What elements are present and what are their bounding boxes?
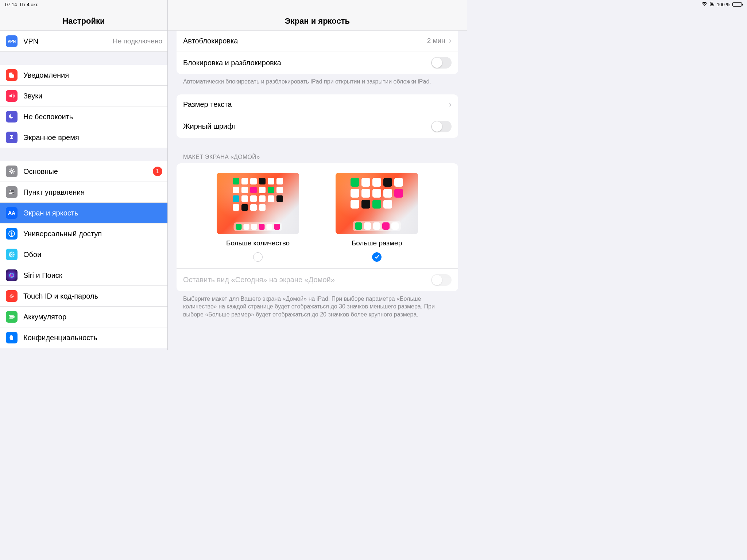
home-layout-header: МАКЕТ ЭКРАНА «ДОМОЙ» — [177, 154, 458, 163]
autolock-label: Автоблокировка — [183, 37, 427, 45]
svg-rect-15 — [10, 316, 13, 318]
sidebar-item-label: VPN — [23, 37, 113, 46]
sidebar-item-label: Основные — [23, 167, 153, 176]
chevron-right-icon: › — [449, 36, 452, 46]
moon-icon — [6, 111, 18, 122]
svg-point-9 — [11, 232, 12, 233]
sidebar-item-label: Обои — [23, 250, 162, 259]
sounds-icon — [6, 90, 18, 102]
chevron-right-icon: › — [449, 100, 452, 109]
notifications-icon — [6, 69, 18, 81]
sidebar-item-label: Универсальный доступ — [23, 230, 162, 238]
sidebar-item-label: Siri и Поиск — [23, 271, 162, 280]
badge: 1 — [153, 167, 162, 176]
sidebar-item-notifications[interactable]: Уведомления — [0, 65, 167, 86]
vpn-status: Не подключено — [113, 37, 162, 45]
status-bar: 07:14 Пт 4 окт. 100 % — [0, 0, 467, 9]
detail-pane: Экран и яркость Автоблокировка 2 мин › Б… — [168, 0, 467, 350]
sidebar-item-display-brightness[interactable]: AA Экран и яркость — [0, 203, 167, 223]
toggles-icon — [6, 186, 18, 198]
sidebar-item-label: Экран и яркость — [23, 209, 162, 217]
hourglass-icon — [6, 132, 18, 143]
home-layout-options: Больше количество Больше размер — [177, 163, 458, 268]
status-time: 07:14 — [5, 2, 17, 7]
siri-icon — [6, 269, 18, 281]
sidebar-item-control-center[interactable]: Пункт управления — [0, 182, 167, 203]
row-bold-text[interactable]: Жирный шрифт — [177, 115, 458, 138]
layout-option-bigger[interactable]: Больше размер — [336, 173, 418, 262]
sidebar-item-label: Конфиденциальность — [23, 334, 162, 342]
accessibility-icon — [6, 228, 18, 240]
textsize-label: Размер текста — [183, 100, 449, 109]
option-label-bigger: Больше размер — [336, 239, 418, 247]
sidebar-item-label: Уведомления — [23, 71, 162, 79]
home-layout-note: Выберите макет для Вашего экрана «Домой»… — [177, 291, 458, 319]
svg-point-13 — [10, 274, 13, 277]
preview-bigger-icons — [336, 173, 418, 234]
autolock-value: 2 мин — [427, 37, 445, 45]
vpn-icon: VPN — [6, 35, 18, 47]
svg-point-3 — [11, 170, 13, 172]
hand-icon — [6, 332, 18, 343]
sidebar-item-general[interactable]: Основные 1 — [0, 161, 167, 182]
svg-point-11 — [11, 254, 12, 255]
preview-more-icons — [217, 173, 299, 234]
sidebar-item-siri[interactable]: Siri и Поиск — [0, 265, 167, 286]
svg-rect-16 — [14, 316, 15, 318]
settings-sidebar: Настройки VPN VPN Не подключено Уведомле… — [0, 0, 168, 350]
sidebar-item-label: Аккумулятор — [23, 313, 162, 321]
sidebar-item-wallpaper[interactable]: Обои — [0, 244, 167, 265]
sidebar-item-screentime[interactable]: Экранное время — [0, 127, 167, 148]
sidebar-item-label: Не беспокоить — [23, 113, 162, 121]
fingerprint-icon — [6, 290, 18, 302]
radio-more[interactable] — [253, 252, 263, 262]
sidebar-item-label: Экранное время — [23, 133, 162, 142]
lockunlock-toggle[interactable] — [431, 57, 452, 69]
gear-icon — [6, 166, 18, 177]
option-label-more: Больше количество — [217, 239, 299, 247]
sidebar-item-accessibility[interactable]: Универсальный доступ — [0, 223, 167, 244]
row-lock-unlock[interactable]: Блокировка и разблокировка — [177, 51, 458, 74]
row-text-size[interactable]: Размер текста › — [177, 94, 458, 115]
sidebar-item-label: Пункт управления — [23, 188, 162, 197]
sidebar-item-privacy[interactable]: Конфиденциальность — [0, 327, 167, 348]
svg-point-2 — [12, 73, 15, 75]
lockunlock-note: Автоматически блокировать и разблокирова… — [177, 74, 458, 86]
today-label: Оставить вид «Сегодня» на экране «Домой» — [183, 276, 431, 284]
wallpaper-icon — [6, 249, 18, 260]
sidebar-item-dnd[interactable]: Не беспокоить — [0, 106, 167, 127]
sidebar-item-label: Touch ID и код-пароль — [23, 292, 162, 300]
sidebar-item-label: Звуки — [23, 92, 162, 100]
bold-toggle[interactable] — [431, 121, 452, 132]
text-size-icon: AA — [6, 207, 18, 219]
row-autolock[interactable]: Автоблокировка 2 мин › — [177, 31, 458, 51]
layout-option-more[interactable]: Больше количество — [217, 173, 299, 262]
battery-icon — [6, 311, 18, 323]
lockunlock-label: Блокировка и разблокировка — [183, 59, 431, 67]
bold-label: Жирный шрифт — [183, 122, 431, 131]
status-date: Пт 4 окт. — [20, 2, 39, 7]
sidebar-item-touchid[interactable]: Touch ID и код-пароль — [0, 286, 167, 307]
sidebar-item-battery[interactable]: Аккумулятор — [0, 307, 167, 327]
today-toggle — [431, 274, 452, 286]
sidebar-item-vpn[interactable]: VPN VPN Не подключено — [0, 31, 167, 52]
svg-point-5 — [9, 190, 11, 192]
row-today-view: Оставить вид «Сегодня» на экране «Домой» — [177, 269, 458, 291]
radio-bigger[interactable] — [372, 252, 382, 262]
svg-point-7 — [12, 193, 14, 194]
sidebar-item-sounds[interactable]: Звуки — [0, 86, 167, 106]
